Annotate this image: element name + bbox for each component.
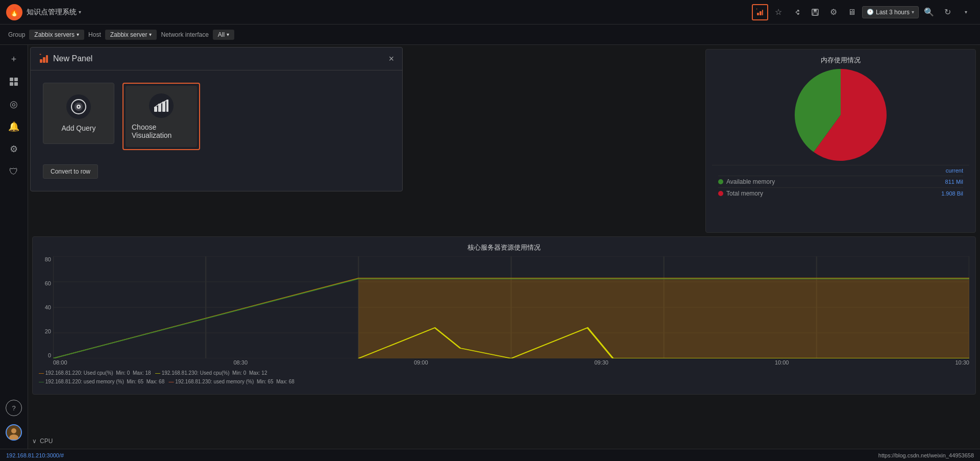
add-query-icon (66, 94, 91, 119)
svg-rect-36 (158, 104, 161, 112)
sidebar-item-alert[interactable]: 🔔 (4, 116, 24, 137)
svg-rect-29 (46, 55, 48, 63)
choose-viz-icon (149, 93, 174, 118)
legend-dot-available (718, 179, 723, 184)
pie-chart (795, 69, 887, 161)
cpu-legend-line2: — 192.168.81.220: used memory (%) Min: 6… (39, 377, 969, 386)
svg-text:+: + (39, 54, 41, 56)
svg-point-12 (11, 428, 16, 433)
svg-rect-7 (10, 78, 13, 81)
svg-rect-37 (162, 102, 165, 112)
network-filter-label: Network interface (161, 31, 208, 38)
svg-rect-8 (14, 78, 18, 81)
sidebar-help-button[interactable]: ? (6, 400, 22, 416)
cpu-panel-title: 核心服务器资源使用情况 (39, 243, 969, 252)
host-filter-label: Host (88, 31, 101, 38)
svg-rect-2 (762, 10, 763, 15)
sidebar-item-dashboard[interactable] (4, 71, 24, 92)
sidebar-item-explore[interactable]: ◎ (4, 94, 24, 114)
app-title-text: 知识点管理系统 (27, 8, 77, 17)
bottom-url: 192.168.81.210:3000/# (6, 452, 64, 458)
time-range-picker[interactable]: 🕐 Last 3 hours ▾ (862, 6, 919, 18)
tv-mode-button[interactable]: 🖥 (844, 4, 860, 20)
svg-point-34 (78, 106, 80, 108)
panel-header: + New Panel × (31, 47, 402, 70)
svg-rect-1 (760, 11, 762, 15)
bottom-bar: 192.168.81.210:3000/# https://blog.csdn.… (0, 449, 980, 461)
save-button[interactable] (807, 4, 823, 20)
memory-chart-panel: 内存使用情况 current Available memory (705, 49, 976, 233)
main-content: + ◎ 🔔 ⚙ 🛡 ? 内存使用情况 (0, 45, 980, 449)
sidebar-avatar[interactable] (6, 424, 22, 441)
bottom-link: https://blog.csdn.net/weixin_44953658 (878, 452, 974, 458)
dashboard-area: 内存使用情况 current Available memory (28, 45, 980, 449)
settings-button[interactable]: ⚙ (825, 4, 842, 20)
all-filter-button[interactable]: All ▾ (213, 30, 234, 40)
panel-body: Add Query (31, 70, 402, 191)
svg-rect-10 (14, 82, 18, 86)
refresh-button[interactable]: ↻ (939, 4, 955, 20)
svg-rect-28 (43, 57, 45, 63)
legend-label-total: Total memory (726, 190, 763, 197)
search-button[interactable]: 🔍 (921, 4, 937, 20)
legend-label-available: Available memory (726, 178, 775, 185)
svg-rect-0 (757, 13, 759, 15)
svg-rect-27 (40, 59, 42, 63)
current-label: current (946, 167, 963, 174)
group-filter-value: Zabbix servers (34, 31, 75, 38)
app-title-chevron: ▾ (79, 9, 81, 15)
share-button[interactable] (789, 4, 805, 20)
new-panel-modal: + New Panel × (30, 47, 403, 191)
choose-viz-selected-area: Choose Visualization (122, 83, 200, 150)
sidebar-item-plus[interactable]: + (4, 49, 24, 69)
cpu-section-label: CPU (40, 438, 53, 445)
app-title: 知识点管理系统 ▾ (27, 8, 81, 17)
svg-rect-5 (814, 9, 817, 12)
cpu-legend-line1: — 192.168.81.220: Used cpu(%) Min: 0 Max… (39, 369, 969, 377)
filter-bar: Group Zabbix servers ▾ Host Zabbix serve… (0, 25, 980, 45)
memory-panel-title: 内存使用情况 (712, 56, 969, 65)
add-query-label: Add Query (62, 124, 96, 132)
app-icon: 🔥 (6, 4, 22, 20)
host-filter-button[interactable]: Zabbix server ▾ (105, 30, 157, 40)
sidebar: + ◎ 🔔 ⚙ 🛡 ? (0, 45, 28, 449)
cpu-line-chart (53, 256, 969, 358)
host-filter-value: Zabbix server (110, 31, 148, 38)
panel-icon: + (39, 54, 49, 64)
legend-value-available: 811 Mil (945, 179, 963, 185)
time-range-label: Last 3 hours (876, 9, 910, 16)
choose-viz-option[interactable]: Choose Visualization (126, 86, 197, 147)
group-filter-button[interactable]: Zabbix servers ▾ (29, 30, 84, 40)
panel-options: Add Query (43, 83, 390, 150)
choose-viz-label: Choose Visualization (132, 123, 191, 139)
add-panel-button[interactable]: + (752, 4, 768, 20)
cpu-collapse-icon: ∨ (32, 438, 37, 445)
cpu-section[interactable]: ∨ CPU (32, 438, 53, 445)
panel-title: New Panel (53, 54, 384, 63)
svg-text:+: + (756, 8, 758, 10)
nav-actions: + ☆ ⚙ 🖥 🕐 Last 3 hours ▾ 🔍 ↻ ▾ (752, 4, 974, 20)
sidebar-item-config[interactable]: ⚙ (4, 139, 24, 159)
convert-to-row-button[interactable]: Convert to row (43, 164, 98, 179)
star-button[interactable]: ☆ (770, 4, 787, 20)
sidebar-item-shield[interactable]: 🛡 (4, 161, 24, 182)
svg-rect-38 (166, 100, 168, 112)
all-filter-value: All (218, 31, 225, 38)
legend-value-total: 1.908 Bil (941, 190, 963, 197)
legend-row-total: Total memory 1.908 Bil (718, 187, 963, 199)
svg-rect-9 (10, 82, 13, 86)
panel-close-button[interactable]: × (388, 54, 394, 63)
top-navbar: 🔥 知识点管理系统 ▾ + ☆ ⚙ 🖥 🕐 Last 3 hours ▾ 🔍 ↻… (0, 0, 980, 25)
cpu-chart-panel: 核心服务器资源使用情况 0 20 40 60 80 (32, 236, 976, 395)
add-query-option[interactable]: Add Query (43, 83, 114, 144)
group-filter-label: Group (8, 31, 25, 38)
refresh-dropdown-button[interactable]: ▾ (958, 4, 974, 20)
svg-marker-26 (358, 278, 969, 358)
time-range-chevron: ▾ (912, 9, 914, 15)
legend-dot-total (718, 191, 723, 196)
legend-row-available: Available memory 811 Mil (718, 176, 963, 187)
